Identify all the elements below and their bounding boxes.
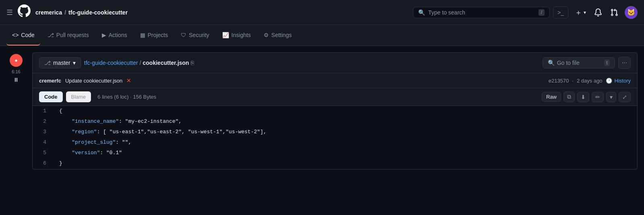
search-shortcut: / (539, 9, 545, 16)
repo-nav-code[interactable]: <> Code (6, 25, 40, 45)
branch-selector[interactable]: ⎇ master ▾ (39, 57, 81, 68)
breadcrumb: cremerica / tfc-guide-cookiecutter (35, 9, 128, 16)
goto-file-label: Go to file (557, 60, 580, 66)
line-code: "region": [ "us-east-1","us-east-2", "us… (53, 127, 273, 137)
more-options-button[interactable]: ··· (618, 57, 631, 69)
copy-code-button[interactable]: ⧉ (564, 91, 575, 102)
table-row: 2 "instance_name": "my-ec2-instance", (33, 116, 637, 127)
code-nav-label: Code (21, 32, 34, 38)
line-code: "project_slug": "", (53, 137, 138, 148)
commit-bar: cremerfc Update cookiecutter.json ✕ e213… (32, 73, 638, 88)
search-placeholder: Type to search (428, 9, 535, 16)
repo-nav-actions[interactable]: ▶ Actions (96, 25, 133, 45)
actions-icon: ▶ (102, 32, 106, 38)
table-row: 4 "project_slug": "", (33, 137, 637, 148)
repo-nav-security[interactable]: 🛡 Security (175, 25, 215, 45)
insights-nav-label: Insights (231, 32, 251, 38)
line-number[interactable]: 5 (33, 148, 53, 158)
security-icon: 🛡 (181, 32, 186, 38)
blame-tab[interactable]: Blame (66, 91, 91, 102)
line-code: { (53, 106, 69, 116)
top-nav-left: ☰ cremerica / tfc-guide-cookiecutter (6, 4, 408, 20)
pull-requests-nav-button[interactable] (609, 7, 620, 18)
code-icon: <> (12, 32, 19, 38)
line-code: "instance_name": "my-ec2-instance", (53, 116, 188, 127)
top-nav-right: ＋ ▾ 🐱 (573, 6, 638, 19)
file-header-right: 🔍 Go to file t ··· (543, 57, 631, 69)
record-button[interactable]: ● (10, 54, 23, 67)
expand-button[interactable]: ⤢ (619, 92, 631, 102)
raw-button[interactable]: Raw (542, 92, 561, 102)
settings-nav-label: Settings (271, 32, 292, 38)
line-number[interactable]: 6 (33, 158, 53, 169)
code-viewer: Code Blame 6 lines (6 loc) · 156 Bytes R… (32, 88, 638, 170)
repo-nav-settings[interactable]: ⚙ Settings (258, 25, 297, 45)
line-number[interactable]: 3 (33, 127, 53, 137)
notifications-button[interactable] (592, 7, 604, 18)
settings-icon: ⚙ (264, 32, 269, 38)
search-bar[interactable]: 🔍 Type to search / (413, 7, 550, 18)
table-row: 3 "region": [ "us-east-1","us-east-2", "… (33, 127, 637, 137)
avatar[interactable]: 🐱 (625, 6, 638, 19)
code-actions: Raw ⧉ ⬇ ✏ ▾ ⤢ (542, 91, 631, 102)
branch-icon: ⎇ (44, 60, 51, 66)
commit-author: cremerfc (39, 78, 61, 84)
projects-nav-label: Projects (148, 32, 168, 38)
file-header: ⎇ master ▾ tfc-guide-cookiecutter / cook… (32, 52, 638, 73)
commit-sha[interactable]: e213570 (549, 78, 569, 84)
line-number[interactable]: 4 (33, 137, 53, 148)
pull-request-icon: ⎇ (47, 32, 54, 38)
code-toolbar: Code Blame 6 lines (6 loc) · 156 Bytes R… (33, 88, 637, 106)
branch-dropdown-icon: ▾ (73, 60, 76, 66)
pull-requests-nav-label: Pull requests (56, 32, 89, 38)
commit-dot: · (572, 78, 574, 84)
search-icon-small: 🔍 (548, 60, 555, 66)
history-icon: 🕐 (606, 78, 612, 84)
edit-dropdown-button[interactable]: ▾ (606, 92, 616, 102)
breadcrumb-sep: / (64, 9, 66, 16)
edit-button[interactable]: ✏ (592, 92, 604, 102)
file-view: ⎇ master ▾ tfc-guide-cookiecutter / cook… (32, 52, 638, 170)
commit-message: Update cookiecutter.json (65, 78, 122, 84)
file-path: tfc-guide-cookiecutter / cookiecutter.js… (84, 60, 539, 66)
history-button[interactable]: 🕐 History (606, 78, 631, 84)
code-file-meta: 6 lines (6 loc) · 156 Bytes (97, 94, 156, 100)
breadcrumb-repo[interactable]: tfc-guide-cookiecutter (68, 9, 128, 16)
create-new-button[interactable]: ＋ ▾ (573, 6, 588, 19)
hamburger-icon[interactable]: ☰ (6, 8, 13, 17)
repo-nav-insights[interactable]: 📈 Insights (217, 25, 256, 45)
table-row: 6} (33, 158, 637, 169)
goto-file-button[interactable]: 🔍 Go to file t (543, 57, 615, 68)
code-table: 1{2 "instance_name": "my-ec2-instance",3… (33, 106, 637, 169)
repo-nav-projects[interactable]: ▦ Projects (134, 25, 174, 45)
commit-status-fail-icon: ✕ (126, 77, 131, 84)
download-button[interactable]: ⬇ (577, 92, 589, 102)
recording-sidebar: ● 6:16 ⏸ (6, 52, 26, 170)
github-logo[interactable] (18, 4, 31, 20)
repo-link[interactable]: tfc-guide-cookiecutter (84, 60, 138, 66)
code-tab[interactable]: Code (39, 91, 63, 102)
recording-timer: 6:16 (12, 69, 20, 74)
commit-meta: e213570 · 2 days ago 🕐 History (549, 78, 631, 84)
path-sep: / (140, 60, 141, 66)
pause-button[interactable]: ⏸ (13, 76, 19, 83)
line-number[interactable]: 2 (33, 116, 53, 127)
commit-time: 2 days ago (577, 78, 603, 84)
branch-name: master (53, 60, 70, 66)
history-label: History (615, 78, 631, 84)
line-code: } (53, 158, 69, 169)
projects-icon: ▦ (140, 32, 145, 38)
repo-nav-pull-requests[interactable]: ⎇ Pull requests (42, 25, 95, 45)
filename: cookiecutter.json (143, 60, 189, 66)
table-row: 1{ (33, 106, 637, 116)
code-content: 1{2 "instance_name": "my-ec2-instance",3… (33, 106, 637, 169)
copy-path-icon[interactable]: ⎘ (191, 60, 194, 66)
insights-icon: 📈 (222, 32, 229, 38)
main-content: ● 6:16 ⏸ ⎇ master ▾ tfc-guide-cookiecutt… (0, 46, 644, 176)
terminal-icon[interactable]: >_ (553, 6, 568, 19)
security-nav-label: Security (189, 32, 209, 38)
line-number[interactable]: 1 (33, 106, 53, 116)
line-code: "version": "0.1" (53, 148, 128, 158)
breadcrumb-user[interactable]: cremerica (35, 9, 62, 16)
search-icon: 🔍 (418, 9, 425, 16)
